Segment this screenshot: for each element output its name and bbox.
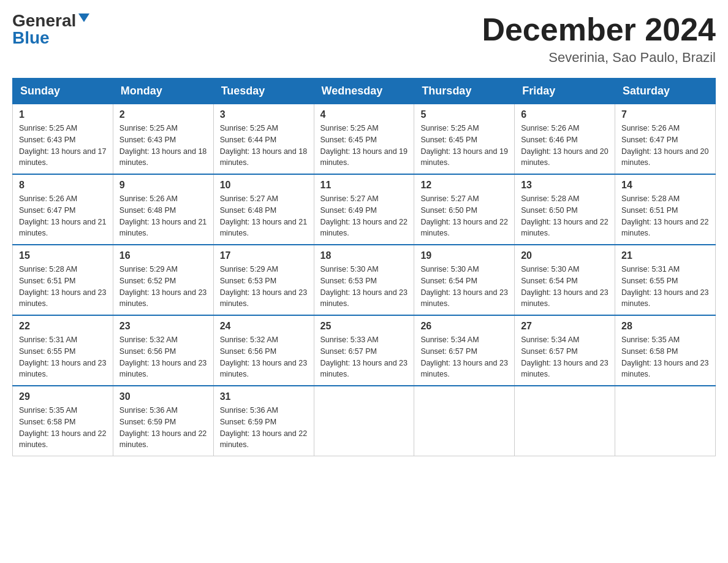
day-info: Sunrise: 5:28 AM Sunset: 6:50 PM Dayligh… (521, 193, 609, 239)
day-number: 23 (119, 321, 207, 332)
table-row: 17 Sunrise: 5:29 AM Sunset: 6:53 PM Dayl… (213, 245, 314, 315)
table-row: 6 Sunrise: 5:26 AM Sunset: 6:46 PM Dayli… (515, 104, 615, 175)
calendar-week-3: 15 Sunrise: 5:28 AM Sunset: 6:51 PM Dayl… (13, 245, 716, 315)
table-row: 13 Sunrise: 5:28 AM Sunset: 6:50 PM Dayl… (515, 174, 615, 245)
day-number: 29 (19, 391, 107, 402)
day-info: Sunrise: 5:32 AM Sunset: 6:56 PM Dayligh… (119, 334, 207, 380)
day-number: 17 (220, 250, 308, 261)
svg-marker-0 (78, 13, 89, 22)
table-row: 31 Sunrise: 5:36 AM Sunset: 6:59 PM Dayl… (213, 386, 314, 456)
table-row: 21 Sunrise: 5:31 AM Sunset: 6:55 PM Dayl… (615, 245, 716, 315)
day-number: 19 (420, 250, 508, 261)
logo-arrow-icon (77, 11, 91, 25)
day-number: 10 (220, 180, 308, 191)
day-number: 22 (19, 321, 107, 332)
day-info: Sunrise: 5:25 AM Sunset: 6:44 PM Dayligh… (220, 123, 308, 169)
table-row: 16 Sunrise: 5:29 AM Sunset: 6:52 PM Dayl… (113, 245, 213, 315)
table-row: 4 Sunrise: 5:25 AM Sunset: 6:45 PM Dayli… (314, 104, 414, 175)
day-number: 18 (320, 250, 408, 261)
day-number: 15 (19, 250, 107, 261)
table-row (515, 386, 615, 456)
day-info: Sunrise: 5:30 AM Sunset: 6:54 PM Dayligh… (420, 264, 508, 310)
day-info: Sunrise: 5:35 AM Sunset: 6:58 PM Dayligh… (19, 405, 107, 451)
day-info: Sunrise: 5:27 AM Sunset: 6:49 PM Dayligh… (320, 193, 408, 239)
title-area: December 2024 Severinia, Sao Paulo, Braz… (482, 12, 716, 66)
table-row: 28 Sunrise: 5:35 AM Sunset: 6:58 PM Dayl… (615, 315, 716, 386)
day-info: Sunrise: 5:26 AM Sunset: 6:47 PM Dayligh… (19, 193, 107, 239)
table-row: 1 Sunrise: 5:25 AM Sunset: 6:43 PM Dayli… (13, 104, 113, 175)
day-number: 5 (420, 109, 508, 120)
day-number: 21 (621, 250, 709, 261)
day-info: Sunrise: 5:31 AM Sunset: 6:55 PM Dayligh… (621, 264, 709, 310)
day-number: 14 (621, 180, 709, 191)
day-number: 26 (420, 321, 508, 332)
day-number: 4 (320, 109, 408, 120)
col-sunday: Sunday (13, 79, 113, 104)
calendar-table: Sunday Monday Tuesday Wednesday Thursday… (12, 78, 716, 456)
header-row: Sunday Monday Tuesday Wednesday Thursday… (13, 79, 716, 104)
day-info: Sunrise: 5:30 AM Sunset: 6:54 PM Dayligh… (521, 264, 609, 310)
col-friday: Friday (515, 79, 615, 104)
day-number: 1 (19, 109, 107, 120)
day-number: 20 (521, 250, 609, 261)
logo-general-text: General (12, 12, 76, 29)
day-number: 16 (119, 250, 207, 261)
day-info: Sunrise: 5:27 AM Sunset: 6:50 PM Dayligh… (420, 193, 508, 239)
logo-blue-text: Blue (12, 28, 50, 47)
day-info: Sunrise: 5:32 AM Sunset: 6:56 PM Dayligh… (220, 334, 308, 380)
table-row: 10 Sunrise: 5:27 AM Sunset: 6:48 PM Dayl… (213, 174, 314, 245)
calendar-week-4: 22 Sunrise: 5:31 AM Sunset: 6:55 PM Dayl… (13, 315, 716, 386)
day-number: 7 (621, 109, 709, 120)
day-number: 2 (119, 109, 207, 120)
day-info: Sunrise: 5:25 AM Sunset: 6:45 PM Dayligh… (420, 123, 508, 169)
day-info: Sunrise: 5:25 AM Sunset: 6:43 PM Dayligh… (119, 123, 207, 169)
table-row: 11 Sunrise: 5:27 AM Sunset: 6:49 PM Dayl… (314, 174, 414, 245)
day-info: Sunrise: 5:29 AM Sunset: 6:53 PM Dayligh… (220, 264, 308, 310)
day-info: Sunrise: 5:26 AM Sunset: 6:47 PM Dayligh… (621, 123, 709, 169)
calendar-week-5: 29 Sunrise: 5:35 AM Sunset: 6:58 PM Dayl… (13, 386, 716, 456)
table-row: 25 Sunrise: 5:33 AM Sunset: 6:57 PM Dayl… (314, 315, 414, 386)
table-row (314, 386, 414, 456)
day-number: 24 (220, 321, 308, 332)
day-info: Sunrise: 5:28 AM Sunset: 6:51 PM Dayligh… (19, 264, 107, 310)
col-saturday: Saturday (615, 79, 716, 104)
table-row: 19 Sunrise: 5:30 AM Sunset: 6:54 PM Dayl… (414, 245, 515, 315)
table-row: 2 Sunrise: 5:25 AM Sunset: 6:43 PM Dayli… (113, 104, 213, 175)
table-row: 5 Sunrise: 5:25 AM Sunset: 6:45 PM Dayli… (414, 104, 515, 175)
table-row (615, 386, 716, 456)
day-number: 30 (119, 391, 207, 402)
table-row: 27 Sunrise: 5:34 AM Sunset: 6:57 PM Dayl… (515, 315, 615, 386)
day-info: Sunrise: 5:30 AM Sunset: 6:53 PM Dayligh… (320, 264, 408, 310)
col-monday: Monday (113, 79, 213, 104)
day-info: Sunrise: 5:28 AM Sunset: 6:51 PM Dayligh… (621, 193, 709, 239)
col-tuesday: Tuesday (213, 79, 314, 104)
table-row: 24 Sunrise: 5:32 AM Sunset: 6:56 PM Dayl… (213, 315, 314, 386)
table-row: 3 Sunrise: 5:25 AM Sunset: 6:44 PM Dayli… (213, 104, 314, 175)
day-info: Sunrise: 5:31 AM Sunset: 6:55 PM Dayligh… (19, 334, 107, 380)
day-info: Sunrise: 5:27 AM Sunset: 6:48 PM Dayligh… (220, 193, 308, 239)
day-info: Sunrise: 5:36 AM Sunset: 6:59 PM Dayligh… (220, 405, 308, 451)
day-number: 9 (119, 180, 207, 191)
day-number: 11 (320, 180, 408, 191)
table-row: 18 Sunrise: 5:30 AM Sunset: 6:53 PM Dayl… (314, 245, 414, 315)
table-row: 8 Sunrise: 5:26 AM Sunset: 6:47 PM Dayli… (13, 174, 113, 245)
calendar-week-2: 8 Sunrise: 5:26 AM Sunset: 6:47 PM Dayli… (13, 174, 716, 245)
day-info: Sunrise: 5:25 AM Sunset: 6:43 PM Dayligh… (19, 123, 107, 169)
day-number: 25 (320, 321, 408, 332)
day-info: Sunrise: 5:34 AM Sunset: 6:57 PM Dayligh… (521, 334, 609, 380)
calendar-week-1: 1 Sunrise: 5:25 AM Sunset: 6:43 PM Dayli… (13, 104, 716, 175)
table-row: 30 Sunrise: 5:36 AM Sunset: 6:59 PM Dayl… (113, 386, 213, 456)
day-info: Sunrise: 5:26 AM Sunset: 6:48 PM Dayligh… (119, 193, 207, 239)
table-row: 12 Sunrise: 5:27 AM Sunset: 6:50 PM Dayl… (414, 174, 515, 245)
day-info: Sunrise: 5:33 AM Sunset: 6:57 PM Dayligh… (320, 334, 408, 380)
table-row: 7 Sunrise: 5:26 AM Sunset: 6:47 PM Dayli… (615, 104, 716, 175)
table-row: 14 Sunrise: 5:28 AM Sunset: 6:51 PM Dayl… (615, 174, 716, 245)
col-thursday: Thursday (414, 79, 515, 104)
day-info: Sunrise: 5:36 AM Sunset: 6:59 PM Dayligh… (119, 405, 207, 451)
location-title: Severinia, Sao Paulo, Brazil (482, 50, 716, 66)
day-number: 13 (521, 180, 609, 191)
table-row: 9 Sunrise: 5:26 AM Sunset: 6:48 PM Dayli… (113, 174, 213, 245)
day-number: 12 (420, 180, 508, 191)
table-row: 26 Sunrise: 5:34 AM Sunset: 6:57 PM Dayl… (414, 315, 515, 386)
table-row: 23 Sunrise: 5:32 AM Sunset: 6:56 PM Dayl… (113, 315, 213, 386)
